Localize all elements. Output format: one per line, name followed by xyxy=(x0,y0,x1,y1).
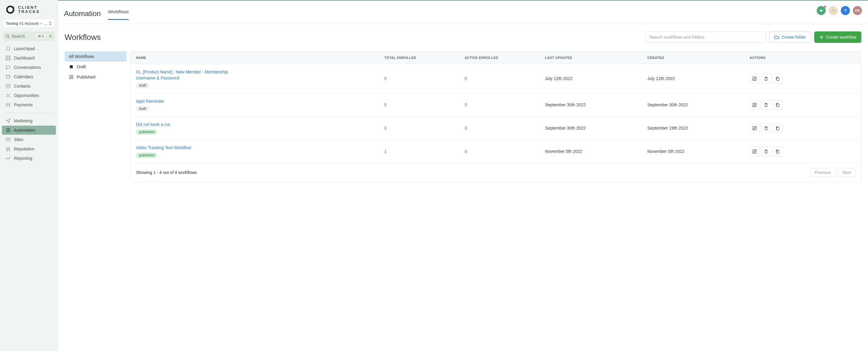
calendar-icon xyxy=(5,74,11,79)
nav-divider xyxy=(5,113,52,113)
megaphone-icon xyxy=(819,8,823,13)
duplicate-button[interactable] xyxy=(773,147,783,156)
active-enrolled-link[interactable]: 0 xyxy=(465,76,467,81)
edit-button[interactable] xyxy=(750,100,760,110)
bell-icon xyxy=(831,8,835,13)
help-icon: ? xyxy=(844,8,847,13)
workflow-name-link[interactable]: Video Tracking Test Workflow xyxy=(136,145,239,151)
copy-icon xyxy=(775,76,780,81)
total-enrolled-link[interactable]: 0 xyxy=(384,76,386,81)
create-workflow-button[interactable]: Create workflow xyxy=(814,31,861,43)
section-title: Automation xyxy=(64,9,100,20)
edit-button[interactable] xyxy=(750,123,760,133)
workflow-table: NAME TOTAL ENROLLED ACTIVE ENROLLED LAST… xyxy=(130,51,861,182)
primary-nav: Launchpad Dashboard Conversations Calend… xyxy=(2,44,56,163)
previous-button[interactable]: Previous xyxy=(810,168,835,177)
notification-dot-icon xyxy=(824,5,826,8)
active-enrolled-link[interactable]: 0 xyxy=(465,149,467,154)
col-name: NAME xyxy=(130,52,379,64)
nav-reputation[interactable]: Reputation xyxy=(2,145,56,154)
workflow-search-input[interactable] xyxy=(645,31,766,43)
folder-icon xyxy=(774,35,779,39)
nav-sites[interactable]: Sites xyxy=(2,135,56,144)
col-updated: LAST UPDATED xyxy=(540,52,642,64)
filter-all-workflows[interactable]: All Workflows xyxy=(65,51,127,62)
svg-rect-4 xyxy=(6,56,7,57)
nav-opportunities[interactable]: Opportunities xyxy=(2,91,56,100)
total-enrolled-link[interactable]: 0 xyxy=(384,102,386,107)
duplicate-button[interactable] xyxy=(773,100,783,110)
filter-panel: All Workflows Draft Published xyxy=(65,51,127,82)
svg-point-1 xyxy=(12,6,14,8)
filter-published[interactable]: Published xyxy=(65,72,127,82)
last-updated: November 5th 2022 xyxy=(540,140,642,163)
nav-automation[interactable]: Automation xyxy=(2,126,56,135)
svg-rect-28 xyxy=(777,77,779,81)
content: Workflows Create folder Create workflow xyxy=(58,24,868,351)
svg-rect-33 xyxy=(753,150,756,153)
svg-rect-31 xyxy=(753,126,756,130)
edit-button[interactable] xyxy=(750,147,760,156)
next-button[interactable]: Next xyxy=(838,168,856,177)
nav-contacts[interactable]: Contacts xyxy=(2,82,56,91)
content-header: Workflows Create folder Create workflow xyxy=(65,31,861,43)
total-enrolled-link[interactable]: 1 xyxy=(384,149,386,154)
nav-payments[interactable]: Payments xyxy=(2,100,56,109)
nav-launchpad[interactable]: Launchpad xyxy=(2,44,56,53)
page-title: Workflows xyxy=(65,33,100,42)
active-enrolled-link[interactable]: 0 xyxy=(465,102,467,107)
svg-rect-7 xyxy=(9,59,10,60)
nav-reporting[interactable]: Reporting xyxy=(2,154,56,163)
duplicate-button[interactable] xyxy=(773,123,783,133)
edit-button[interactable] xyxy=(750,74,760,83)
svg-rect-21 xyxy=(6,138,10,141)
nav-calendars[interactable]: Calendars xyxy=(2,72,56,81)
active-enrolled-link[interactable]: 0 xyxy=(465,126,467,130)
created-date: September 30th 2022 xyxy=(642,93,744,117)
tab-workflows[interactable]: Workflows xyxy=(108,9,129,20)
account-switcher[interactable]: Testing #1 Account -- … xyxy=(3,19,55,28)
total-enrolled-link[interactable]: 0 xyxy=(384,126,386,130)
nav-marketing[interactable]: Marketing xyxy=(2,116,56,125)
workflow-name-link[interactable]: Did not book a cut xyxy=(136,121,239,127)
copy-icon xyxy=(775,126,780,130)
delete-button[interactable] xyxy=(761,123,771,133)
nav-dashboard[interactable]: Dashboard xyxy=(2,54,56,63)
draft-icon xyxy=(69,65,74,69)
create-folder-button[interactable]: Create folder xyxy=(769,31,811,43)
svg-rect-27 xyxy=(753,77,756,81)
filter-draft[interactable]: Draft xyxy=(65,62,127,72)
delete-button[interactable] xyxy=(761,147,771,156)
last-updated: September 30th 2022 xyxy=(540,117,642,140)
help-button[interactable]: ? xyxy=(841,6,850,15)
workflow-name-link[interactable]: Appt Reminder xyxy=(136,98,239,104)
announcements-button[interactable] xyxy=(817,6,826,15)
rocket-icon xyxy=(5,46,11,51)
trash-icon xyxy=(764,126,768,130)
main: Automation Workflows ? PD xyxy=(58,0,868,351)
notifications-button[interactable] xyxy=(829,6,838,15)
col-active: ACTIVE ENROLLED xyxy=(459,52,540,64)
svg-rect-30 xyxy=(777,104,779,107)
nav-conversations[interactable]: Conversations xyxy=(2,63,56,72)
published-icon xyxy=(69,75,74,79)
contact-icon xyxy=(5,84,11,89)
created-date: September 19th 2022 xyxy=(642,117,744,140)
grid-icon xyxy=(5,56,11,60)
duplicate-button[interactable] xyxy=(773,74,783,83)
created-date: July 12th 2022 xyxy=(642,64,744,93)
global-search[interactable]: Search ⌘ K xyxy=(3,31,55,41)
delete-button[interactable] xyxy=(761,74,771,83)
col-total: TOTAL ENROLLED xyxy=(379,52,459,64)
workflow-name-link[interactable]: 01. [Product Name] : New Member - Member… xyxy=(136,69,239,81)
avatar[interactable]: PD xyxy=(853,6,862,15)
trash-icon xyxy=(764,76,768,81)
edit-icon xyxy=(752,126,757,130)
svg-rect-8 xyxy=(6,75,10,78)
delete-button[interactable] xyxy=(761,100,771,110)
svg-rect-29 xyxy=(753,103,756,107)
payments-icon xyxy=(5,102,11,107)
send-icon xyxy=(5,119,11,123)
last-updated: July 12th 2022 xyxy=(540,64,642,93)
svg-rect-32 xyxy=(777,127,779,130)
